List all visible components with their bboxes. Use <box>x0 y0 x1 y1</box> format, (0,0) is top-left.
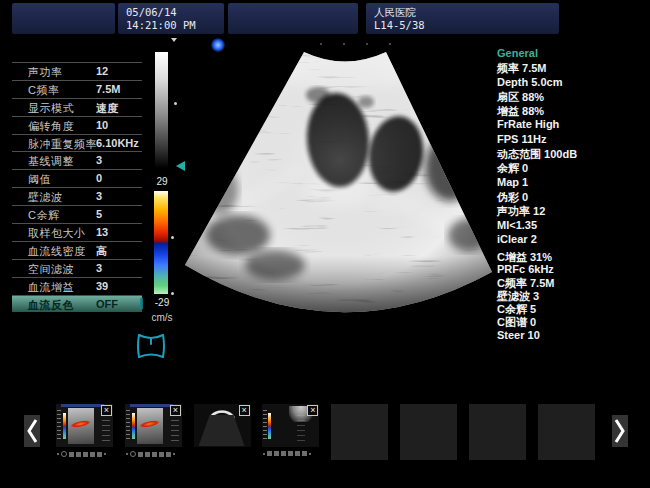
param-label: 显示模式 <box>28 101 74 116</box>
probe-orientation-dot-icon <box>211 38 225 52</box>
thumbnail-slot-empty <box>400 404 457 460</box>
color-info-panel: C增益 31% PRFc 6kHz C频率 7.5M 壁滤波 3 C余辉 5 C… <box>497 250 649 342</box>
hospital-name: 人民医院 <box>374 6 559 19</box>
info-line: PRFc 6kHz <box>497 263 649 276</box>
param-value: 12 <box>96 65 108 77</box>
chevron-left-icon <box>26 418 38 444</box>
param-value: 3 <box>96 190 102 202</box>
thumb-doppler-flow <box>70 419 92 429</box>
param-label: 空间滤波 <box>28 262 74 277</box>
topbar-exam-box <box>228 3 358 34</box>
info-line: 动态范围 100dB <box>497 147 649 161</box>
image-info-panel: General 频率 7.5M Depth 5.0cm 扇区 88% 增益 88… <box>497 47 649 247</box>
info-line: Map 1 <box>497 176 649 190</box>
param-value: 6.10KHz <box>96 137 139 149</box>
param-value: OFF <box>96 298 118 310</box>
color-doppler-bar <box>154 191 168 294</box>
body-mark-icon[interactable] <box>135 326 167 372</box>
param-label: 声功率 <box>28 65 63 80</box>
info-line: FrRate High <box>497 118 649 132</box>
thumb-dark-sector <box>199 415 245 446</box>
param-label: 血流线密度 <box>28 244 86 259</box>
thumb-titlebar <box>61 404 104 407</box>
thumbnails-prev-button[interactable] <box>24 415 40 447</box>
topbar-datetime-box: 05/06/14 14:21:00 PM <box>118 3 224 34</box>
thumb-scale-marks <box>57 410 61 442</box>
param-label: 取样包大小 <box>28 226 86 241</box>
thumbnail-caption-marks <box>263 451 311 456</box>
grayscale-bar <box>155 52 168 168</box>
param-row-display-mode[interactable]: 显示模式 速度 <box>12 98 142 116</box>
focus-dot-icon <box>320 43 322 45</box>
thumbnail-bmode-dark[interactable]: × <box>194 404 251 460</box>
param-label: 阈值 <box>28 172 51 187</box>
param-row-c-frequency[interactable]: C频率 7.5M <box>12 80 142 98</box>
param-value: 3 <box>96 154 102 166</box>
info-line: 壁滤波 3 <box>497 289 649 302</box>
date-text: 05/06/14 <box>126 6 224 19</box>
focus-dot-icon <box>389 43 391 45</box>
thumb-colorbar <box>132 413 135 439</box>
thumbnail-close-button[interactable]: × <box>307 405 318 416</box>
graybar-marker-icon <box>171 38 177 45</box>
ultrasound-app-window: 05/06/14 14:21:00 PM 人民医院 L14-5/38 声功率 1… <box>0 0 650 488</box>
param-row-flow-gain[interactable]: 血流增益 39 <box>12 277 142 295</box>
param-label: 基线调整 <box>28 154 74 169</box>
param-value: 3 <box>96 262 102 274</box>
focus-marker-icon <box>171 236 174 239</box>
focus-dot-icon <box>366 43 368 45</box>
param-value: 0 <box>96 172 102 184</box>
thumbnails-next-button[interactable] <box>612 415 628 447</box>
param-value: 高 <box>96 244 107 259</box>
param-value: 7.5M <box>96 83 120 95</box>
focus-dot-icon <box>343 43 345 45</box>
param-row-flow-invert-selected[interactable]: 血流反色 OFF <box>12 295 142 313</box>
param-row-line-density[interactable]: 血流线密度 高 <box>12 241 142 259</box>
param-value: 10 <box>96 119 108 131</box>
probe-model: L14-5/38 <box>374 19 559 32</box>
topbar-hospital-box: 人民医院 L14-5/38 <box>366 3 559 34</box>
thumbnail-close-button[interactable]: × <box>239 405 250 416</box>
param-label: 脉冲重复频率 <box>28 137 97 152</box>
info-line: MI<1.35 <box>497 219 649 233</box>
time-text: 14:21:00 PM <box>126 19 224 32</box>
param-row-acoustic-power[interactable]: 声功率 12 <box>12 62 142 80</box>
param-row-c-persistence[interactable]: C余辉 5 <box>12 205 142 223</box>
thumbnail-partial[interactable]: × <box>262 404 319 460</box>
param-row-threshold[interactable]: 阈值 0 <box>12 169 142 187</box>
thumb-colorbar <box>63 413 66 439</box>
info-line: 声功率 12 <box>497 204 649 218</box>
ultrasound-image[interactable] <box>180 40 500 340</box>
thumbnail-doppler-1[interactable]: × <box>56 404 113 460</box>
info-line: C频率 7.5M <box>497 276 649 289</box>
thumbnail-close-button[interactable]: × <box>170 405 181 416</box>
info-line: iClear 2 <box>497 233 649 247</box>
thumbnail-close-button[interactable]: × <box>101 405 112 416</box>
param-label: C频率 <box>28 83 59 98</box>
param-row-baseline[interactable]: 基线调整 3 <box>12 151 142 169</box>
param-label: 血流增益 <box>28 280 74 295</box>
param-row-prf[interactable]: 脉冲重复频率 6.10KHz <box>12 134 142 152</box>
param-label: 血流反色 <box>28 298 74 313</box>
thumb-us-area <box>137 408 163 444</box>
param-row-wall-filter[interactable]: 壁滤波 3 <box>12 187 142 205</box>
thumbnail-doppler-2[interactable]: × <box>125 404 182 460</box>
info-line: 频率 7.5M <box>497 61 649 75</box>
param-value: 5 <box>96 208 102 220</box>
thumb-scale-marks <box>126 410 130 442</box>
info-line: C图谱 0 <box>497 315 649 328</box>
param-label: 壁滤波 <box>28 190 63 205</box>
info-line: 增益 88% <box>497 104 649 118</box>
velocity-max-label: 29 <box>148 176 176 187</box>
info-line: C余辉 5 <box>497 302 649 315</box>
info-line: 扇区 88% <box>497 90 649 104</box>
param-row-steer-angle[interactable]: 偏转角度 10 <box>12 116 142 134</box>
thumbnail-slot-empty <box>469 404 526 460</box>
param-row-packet-size[interactable]: 取样包大小 13 <box>12 223 142 241</box>
thumbnail-slot-empty <box>331 404 388 460</box>
param-row-spatial-filter[interactable]: 空间滤波 3 <box>12 259 142 277</box>
preset-title: General <box>497 47 649 61</box>
thumb-scale-marks <box>263 410 267 442</box>
param-label: 偏转角度 <box>28 119 74 134</box>
thumbnail-caption-marks <box>57 451 106 457</box>
